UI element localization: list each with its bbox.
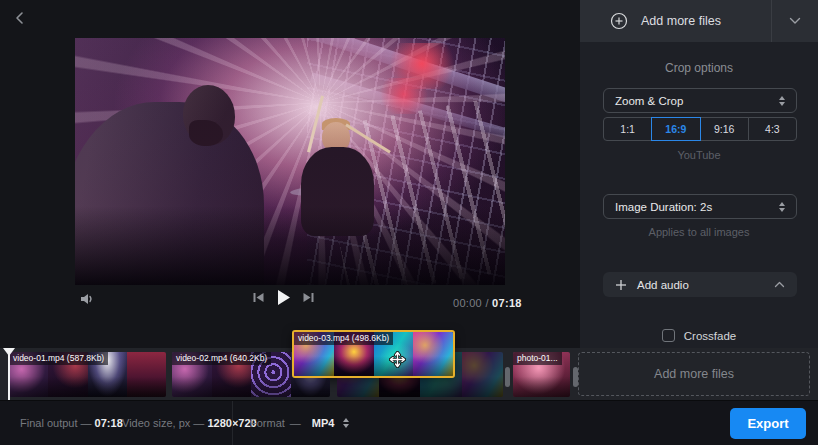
aspect-ratio-group: 1:1 16:9 9:16 4:3 <box>603 117 797 141</box>
aspect-ratio-16-9[interactable]: 16:9 <box>651 117 700 141</box>
clip-thumbnail <box>127 352 166 397</box>
crop-mode-value: Zoom & Crop <box>615 95 683 107</box>
export-button[interactable]: Export <box>730 408 806 439</box>
crop-options-title: Crop options <box>580 61 818 75</box>
footer-bar: Final output — 07:18 Video size, px — 12… <box>0 400 818 445</box>
clip-gap-handle[interactable] <box>505 367 510 387</box>
timeline-add-more-files[interactable]: Add more files <box>578 352 810 396</box>
chevron-up-icon <box>774 281 785 288</box>
clip-thumbnail <box>413 332 453 376</box>
image-duration-value: Image Duration: 2s <box>615 201 712 213</box>
aspect-ratio-1-1[interactable]: 1:1 <box>603 117 652 141</box>
clip-label: video-03.mp4 (498.6Kb) <box>294 332 393 345</box>
clip-label: video-01.mp4 (587.8Kb) <box>9 352 108 365</box>
crossfade-row: Crossfade <box>580 329 818 342</box>
playhead-line <box>8 348 10 400</box>
plus-icon <box>615 279 627 291</box>
final-output-info: Final output — 07:18 <box>20 417 123 429</box>
time-display: 00:00 / 07:18 <box>453 297 522 309</box>
total-time: 07:18 <box>492 297 522 309</box>
playhead[interactable] <box>3 348 15 400</box>
image-duration-hint: Applies to all images <box>580 226 818 238</box>
crop-mode-select[interactable]: Zoom & Crop <box>603 88 797 113</box>
aspect-label: 4:3 <box>765 123 780 135</box>
aspect-label: 9:16 <box>714 123 734 135</box>
volume-button[interactable] <box>79 291 95 311</box>
transport-controls <box>252 289 315 306</box>
plus-circle-icon <box>610 12 628 30</box>
crossfade-label: Crossfade <box>684 330 736 342</box>
image-duration-select[interactable]: Image Duration: 2s <box>603 194 797 219</box>
aspect-ratio-4-3[interactable]: 4:3 <box>748 117 797 141</box>
player-area: 00:00 / 07:18 <box>0 0 580 348</box>
select-stepper-icon <box>779 96 785 106</box>
platform-hint: YouTube <box>580 149 818 161</box>
footer-divider <box>232 401 233 445</box>
add-more-files-label: Add more files <box>641 14 721 28</box>
add-audio-label: Add audio <box>637 279 689 291</box>
dash: — <box>193 417 204 429</box>
video-editor-app: 00:00 / 07:18 Add more files Crop option… <box>0 0 818 445</box>
timeline-clip-photo-01[interactable]: photo-01... <box>513 352 570 397</box>
format-label: Format <box>250 417 285 429</box>
video-size-info: Video size, px — 1280×720 <box>122 417 257 429</box>
play-button[interactable] <box>276 289 291 306</box>
final-output-value: 07:18 <box>95 417 123 429</box>
video-scene-vignette <box>75 38 505 285</box>
dash: — <box>81 417 92 429</box>
crossfade-checkbox[interactable] <box>662 329 675 342</box>
format-stepper-icon <box>343 418 349 428</box>
aspect-ratio-9-16[interactable]: 9:16 <box>700 117 749 141</box>
final-output-label: Final output <box>20 417 77 429</box>
back-button[interactable] <box>8 6 32 30</box>
time-separator: / <box>482 297 492 309</box>
chevron-left-icon <box>13 11 27 25</box>
format-select[interactable]: Format — MP4 <box>250 417 349 429</box>
speaker-icon <box>79 291 95 307</box>
timeline-clip-video-01[interactable]: video-01.mp4 (587.8Kb) <box>9 352 166 397</box>
clip-label: video-02.mp4 (640.2Kb) <box>172 352 271 365</box>
video-size-label: Video size, px <box>122 417 190 429</box>
skip-back-button[interactable] <box>252 291 265 304</box>
chevron-down-icon <box>789 17 801 25</box>
aspect-label: 1:1 <box>620 123 635 135</box>
timeline-add-more-files-label: Add more files <box>654 367 734 381</box>
format-value: MP4 <box>312 417 335 429</box>
collapse-panel-button[interactable] <box>771 0 818 42</box>
current-time: 00:00 <box>453 297 482 309</box>
dash: — <box>290 417 301 429</box>
clip-label: photo-01... <box>513 352 562 365</box>
skip-forward-button[interactable] <box>302 291 315 304</box>
aspect-label: 16:9 <box>665 123 686 135</box>
video-preview <box>75 38 505 285</box>
selected-clip-video-03[interactable]: video-03.mp4 (498.6Kb) <box>292 330 455 378</box>
select-stepper-icon <box>779 202 785 212</box>
add-audio-button[interactable]: Add audio <box>603 272 797 297</box>
sidebar: Add more files Crop options Zoom & Crop … <box>580 0 818 348</box>
clip-thumbnail <box>462 352 504 397</box>
move-cursor-icon <box>389 351 406 368</box>
